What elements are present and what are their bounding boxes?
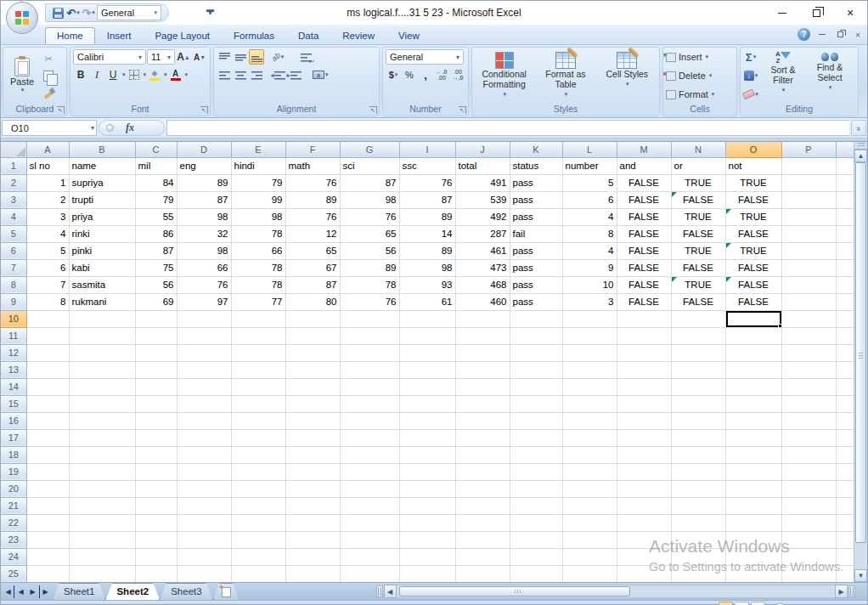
cell-G9[interactable]: 76 — [340, 293, 399, 310]
cell-B3[interactable]: trupti — [69, 191, 135, 208]
cell-K2[interactable]: pass — [510, 174, 562, 191]
horizontal-scroll-track[interactable] — [397, 585, 835, 598]
cell-B2[interactable]: supriya — [69, 174, 135, 191]
cell-D5[interactable]: 32 — [177, 225, 231, 242]
select-all-corner[interactable] — [1, 142, 26, 157]
cell-D21[interactable] — [177, 497, 231, 514]
cell-O13[interactable] — [725, 361, 781, 378]
fill-button[interactable]: ↓▾ — [743, 68, 758, 83]
borders-dropdown-icon[interactable]: ▾ — [144, 71, 147, 78]
cell-L19[interactable] — [562, 463, 617, 480]
cell-F23[interactable] — [285, 531, 340, 548]
cell-J24[interactable] — [455, 548, 510, 565]
scroll-left-button[interactable]: ◀ — [384, 585, 397, 598]
cell-C9[interactable]: 69 — [135, 293, 177, 310]
cell-C3[interactable]: 79 — [135, 191, 177, 208]
cell-P4[interactable] — [781, 208, 836, 225]
cell-G21[interactable] — [340, 497, 399, 514]
cell-K3[interactable]: pass — [510, 191, 562, 208]
cell-E4[interactable]: 98 — [231, 208, 285, 225]
cell-A4[interactable]: 3 — [26, 208, 69, 225]
font-color-button[interactable]: A — [168, 67, 183, 82]
cell-M8[interactable]: FALSE — [617, 276, 671, 293]
cell-N4[interactable]: TRUE — [671, 208, 725, 225]
cell-E14[interactable] — [231, 378, 285, 395]
cell-N10[interactable] — [671, 310, 725, 327]
orientation-button[interactable]: ab▾ — [270, 49, 285, 65]
cell-M11[interactable] — [617, 327, 671, 344]
cell-J4[interactable]: 492 — [455, 208, 510, 225]
cell-C21[interactable] — [135, 497, 177, 514]
cell-I22[interactable] — [399, 514, 455, 531]
cell-G12[interactable] — [340, 344, 399, 361]
cell-G22[interactable] — [340, 514, 399, 531]
cell-E6[interactable]: 66 — [231, 242, 285, 259]
help-button[interactable]: ? — [798, 28, 810, 41]
cell-C24[interactable] — [135, 548, 177, 565]
cell-I25[interactable] — [399, 565, 455, 582]
cell-B8[interactable]: sasmita — [69, 276, 135, 293]
page-layout-view-button[interactable] — [735, 602, 749, 605]
cell-J18[interactable] — [455, 446, 510, 463]
row-header-18[interactable]: 18 — [1, 446, 26, 463]
cell-C12[interactable] — [135, 344, 177, 361]
cell-O15[interactable] — [725, 395, 781, 412]
cell-D4[interactable]: 98 — [177, 208, 231, 225]
cell-P11[interactable] — [781, 327, 836, 344]
cell-P24[interactable] — [781, 548, 836, 565]
delete-cells-button[interactable]: Delete▾ — [666, 68, 734, 83]
column-header-G[interactable]: G — [340, 142, 399, 157]
cell-I17[interactable] — [399, 429, 455, 446]
cell-N3[interactable]: FALSE — [671, 191, 725, 208]
cell-L23[interactable] — [562, 531, 617, 548]
cell-D6[interactable]: 98 — [177, 242, 231, 259]
office-button[interactable] — [6, 2, 38, 34]
cell-C7[interactable]: 75 — [135, 259, 177, 276]
row-header-7[interactable]: 7 — [1, 259, 26, 276]
underline-button[interactable]: U — [105, 67, 121, 82]
cell-C2[interactable]: 84 — [135, 174, 177, 191]
previous-sheet-button[interactable]: ◀ — [15, 585, 26, 598]
cell-N2[interactable]: TRUE — [671, 174, 725, 191]
cell-E15[interactable] — [231, 395, 285, 412]
cell-D18[interactable] — [177, 446, 231, 463]
cell-O18[interactable] — [725, 446, 781, 463]
cell-F14[interactable] — [285, 378, 340, 395]
cell-O22[interactable] — [725, 514, 781, 531]
cell-P19[interactable] — [781, 463, 836, 480]
cell-O8[interactable]: FALSE — [725, 276, 781, 293]
cell-E17[interactable] — [231, 429, 285, 446]
cell-L15[interactable] — [562, 395, 617, 412]
cell-P16[interactable] — [781, 412, 836, 429]
cell-D2[interactable]: 89 — [177, 174, 231, 191]
cell-G13[interactable] — [340, 361, 399, 378]
cell-L13[interactable] — [562, 361, 617, 378]
ribbon-tab-data[interactable]: Data — [286, 27, 330, 44]
cell-N16[interactable] — [671, 412, 725, 429]
cell-J1[interactable]: total — [455, 157, 510, 174]
cell-L4[interactable]: 4 — [562, 208, 617, 225]
cell-E10[interactable] — [231, 310, 285, 327]
vertical-split-handle[interactable] — [854, 142, 867, 150]
cell-E16[interactable] — [231, 412, 285, 429]
tab-split-handle-right[interactable] — [848, 585, 855, 597]
cell-B13[interactable] — [69, 361, 135, 378]
column-header-N[interactable]: N — [671, 142, 725, 157]
cell-A18[interactable] — [26, 446, 69, 463]
cell-I16[interactable] — [399, 412, 455, 429]
cell-G7[interactable]: 89 — [340, 259, 399, 276]
cell-F11[interactable] — [285, 327, 340, 344]
cell-A5[interactable]: 4 — [26, 225, 69, 242]
copy-button[interactable] — [41, 68, 56, 83]
cell-F22[interactable] — [285, 514, 340, 531]
cell-K4[interactable]: pass — [510, 208, 562, 225]
row-header-21[interactable]: 21 — [1, 497, 26, 514]
cell-N6[interactable]: TRUE — [671, 242, 725, 259]
cell-K1[interactable]: status — [510, 157, 562, 174]
cell-I20[interactable] — [399, 480, 455, 497]
cell-E1[interactable]: hindi — [231, 157, 285, 174]
increase-indent-button[interactable]: ▸ — [286, 67, 302, 82]
cell-O3[interactable]: FALSE — [725, 191, 781, 208]
cell-L18[interactable] — [562, 446, 617, 463]
cell-O10[interactable] — [725, 310, 781, 327]
